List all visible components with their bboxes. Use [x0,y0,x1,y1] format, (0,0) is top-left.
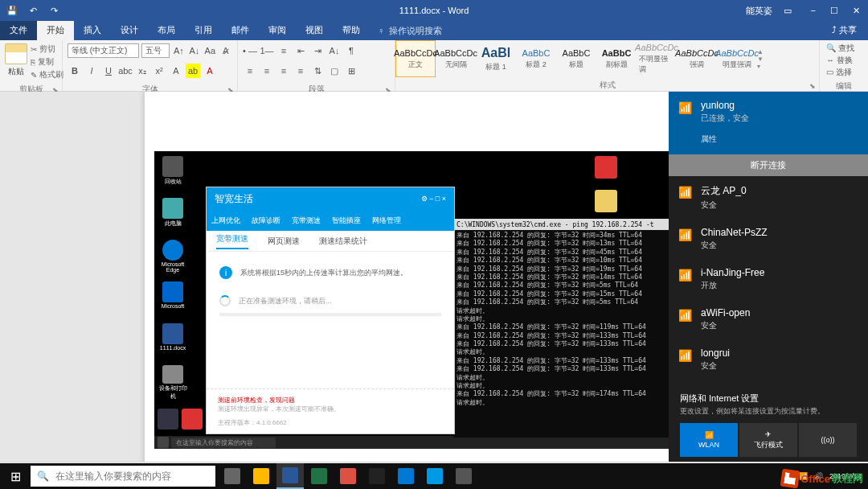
font-family-selector[interactable]: 等线 (中文正文) [68,43,139,58]
style-scroll-down[interactable]: ▼ [757,55,768,63]
word-app-button[interactable] [276,463,304,489]
undo-icon[interactable]: ↶ [27,5,39,16]
line-spacing-button[interactable]: ⇅ [310,64,325,78]
wifi-item-3[interactable]: 📶 i-NanJing-Free 开放 [669,259,868,299]
multilevel-button[interactable]: ≡ [276,43,291,58]
tb-socket[interactable]: 智能插座 [332,216,361,226]
style-scroll-up[interactable]: ▲ [757,48,768,55]
style-subtle[interactable]: AaBbCcDc不明显强调 [637,40,677,77]
ribbon-display-icon[interactable]: ▭ [784,6,792,16]
justify-button[interactable]: ≡ [293,64,308,78]
borders-button[interactable]: ⊞ [344,64,358,78]
chrome-button[interactable] [334,463,362,489]
save-icon[interactable]: 💾 [6,5,18,16]
wifi-connected-item[interactable]: 📶 yunlong 已连接，安全 属性 断开连接 [669,92,868,176]
decrease-indent-button[interactable]: ⇤ [293,43,308,58]
style-normal[interactable]: AaBbCcDc正文 [395,40,436,77]
copy-button[interactable]: ⎘ 复制 [31,56,63,68]
share-button[interactable]: ⤴ 共享 [821,21,868,40]
align-right-button[interactable]: ≡ [276,64,291,78]
speed-tab-1[interactable]: 宽带测速 [216,233,248,249]
wifi-properties-link[interactable]: 属性 [701,134,855,145]
wifi-item-2[interactable]: 📶 ChinaNet-PsZZ 安全 [669,219,868,259]
start-button[interactable]: ⊞ [0,463,31,489]
shrink-font-icon[interactable]: A↓ [188,43,201,58]
grow-font-icon[interactable]: A↑ [172,43,185,58]
airplane-tile[interactable]: ✈飞行模式 [739,423,797,457]
text-effects-button[interactable]: A [169,64,183,78]
italic-button[interactable]: I [84,64,99,78]
network-settings-link[interactable]: 网络和 Internet 设置 [680,392,857,405]
document-area[interactable]: 回收站 此电脑 Microsoft Edge Microsoft 1111.do… [0,92,868,462]
increase-indent-button[interactable]: ⇥ [310,43,325,58]
wifi-item-1[interactable]: 📶 云龙 AP_0 安全 [669,176,868,219]
style-intense[interactable]: AaBbCcDc明显强调 [717,40,757,77]
style-title[interactable]: AaBbC标题 [556,40,596,77]
highlight-button[interactable]: ab [186,64,200,78]
edge-button[interactable] [392,463,420,489]
cut-button[interactable]: ✂ 剪切 [31,43,63,55]
tb-diagnose[interactable]: 故障诊断 [252,216,280,226]
find-button[interactable]: 🔍 查找 [826,43,862,54]
underline-button[interactable]: U [101,64,116,78]
close-button[interactable]: ✕ [853,6,860,16]
format-painter-button[interactable]: ✎ 格式刷 [31,69,63,80]
tb-optimize[interactable]: 上网优化 [211,216,240,226]
maximize-button[interactable]: ☐ [830,6,838,16]
bullets-button[interactable]: • — [243,43,257,58]
style-emphasis[interactable]: AaBbCcDc强调 [677,40,717,77]
cmd-button[interactable] [363,463,391,489]
clear-format-icon[interactable]: A̷ [219,43,232,58]
excel-button[interactable] [305,463,333,489]
sort-button[interactable]: A↓ [327,43,342,58]
tell-me-search[interactable]: ♀ 操作说明搜索 [370,21,450,40]
numbering-button[interactable]: 1— [260,43,274,58]
redo-icon[interactable]: ↷ [48,5,59,16]
tab-help[interactable]: 帮助 [333,21,370,40]
hotspot-tile[interactable]: ((o)) [799,423,857,457]
shading-button[interactable]: ▢ [327,64,342,78]
disconnect-button[interactable]: 断开连接 [669,154,868,176]
tab-insert[interactable]: 插入 [74,21,111,40]
wlan-tile[interactable]: 📶WLAN [680,423,738,457]
show-marks-button[interactable]: ¶ [344,43,358,58]
style-heading1[interactable]: AaBl标题 1 [476,40,516,77]
wifi-item-5[interactable]: 📶 longrui 安全 [669,339,868,380]
style-expand[interactable]: ▾ [757,63,768,70]
tab-references[interactable]: 引用 [185,21,222,40]
bold-button[interactable]: B [68,64,82,78]
user-name[interactable]: 能英姿 [746,5,772,17]
align-left-button[interactable]: ≡ [243,64,257,78]
font-size-selector[interactable]: 五号 [141,43,170,58]
style-heading2[interactable]: AaBbC标题 2 [516,40,556,77]
tb-netmgr[interactable]: 网络管理 [372,216,401,226]
superscript-button[interactable]: x² [152,64,166,78]
change-case-icon[interactable]: Aa [203,43,216,58]
align-center-button[interactable]: ≡ [260,64,274,78]
style-subtitle[interactable]: AaBbC副标题 [596,40,637,77]
strikethrough-button[interactable]: abc [118,64,133,78]
select-button[interactable]: ▭ 选择 [826,67,862,78]
tab-file[interactable]: 文件 [0,21,37,40]
tab-design[interactable]: 设计 [111,21,148,40]
store-button[interactable] [421,463,448,489]
explorer-button[interactable] [248,463,275,489]
taskview-button[interactable] [219,463,246,489]
minimize-button[interactable]: − [811,6,816,16]
tab-layout[interactable]: 布局 [148,21,185,40]
tab-home[interactable]: 开始 [37,21,74,40]
speed-tab-3[interactable]: 测速结果统计 [319,236,367,247]
wifi-item-4[interactable]: 📶 aWiFi-open 安全 [669,299,868,339]
font-color-button[interactable]: A [203,64,217,78]
tab-mailings[interactable]: 邮件 [222,21,259,40]
paste-button[interactable]: 粘贴 [5,43,27,77]
tab-view[interactable]: 视图 [296,21,333,40]
style-nospacing[interactable]: AaBbCcDc无间隔 [436,40,476,77]
replace-button[interactable]: ↔ 替换 [826,55,862,66]
tb-speed[interactable]: 宽带测速 [292,216,321,226]
speed-tab-2[interactable]: 网页测速 [268,236,300,247]
tab-review[interactable]: 审阅 [259,21,296,40]
taskbar-search[interactable]: 🔍 在这里输入你要搜索的内容 [31,466,215,487]
styles-launcher[interactable]: ⬊ [809,82,816,90]
extra-app-button[interactable] [450,463,477,489]
